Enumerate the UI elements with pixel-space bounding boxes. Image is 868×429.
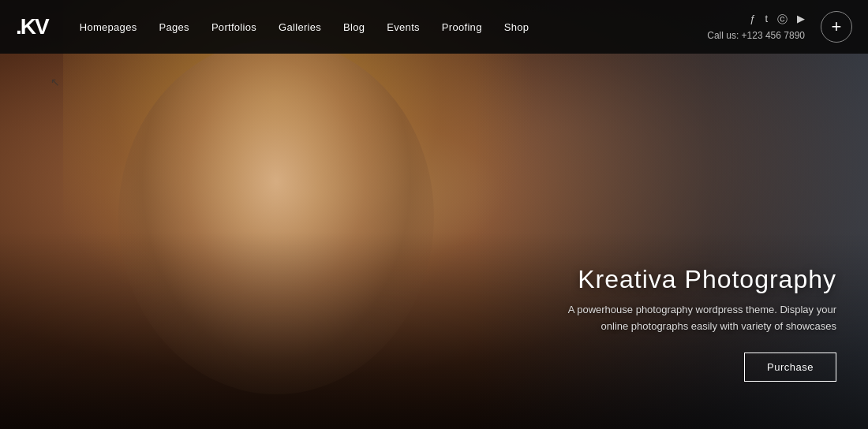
hero-subtitle: A powerhouse photography wordpress theme…: [552, 302, 836, 335]
nav-menu: Homepages Pages Portfolios Galleries Blo…: [80, 21, 708, 33]
twitter-icon[interactable]: t: [765, 13, 768, 27]
nav-item-pages[interactable]: Pages: [159, 21, 189, 33]
hero-section: .KV Homepages Pages Portfolios Galleries…: [0, 0, 868, 429]
nav-item-blog[interactable]: Blog: [343, 21, 365, 33]
instagram-icon[interactable]: ⓒ: [777, 13, 788, 27]
youtube-icon[interactable]: ▶: [797, 13, 805, 27]
nav-item-events[interactable]: Events: [387, 21, 420, 33]
nav-item-proofing[interactable]: Proofing: [442, 21, 482, 33]
nav-right: ƒ t ⓒ ▶ Call us: +123 456 7890: [707, 13, 805, 41]
nav-item-homepages[interactable]: Homepages: [80, 21, 137, 33]
purchase-button[interactable]: Purchase: [744, 353, 836, 382]
nav-item-shop[interactable]: Shop: [504, 21, 529, 33]
hero-title: Kreativa Photography: [552, 265, 836, 294]
plus-button[interactable]: +: [821, 11, 852, 43]
phone-number: Call us: +123 456 7890: [707, 30, 805, 41]
nav-item-galleries[interactable]: Galleries: [279, 21, 321, 33]
logo[interactable]: .KV: [16, 14, 48, 39]
logo-text: .KV: [16, 14, 48, 39]
nav-item-portfolios[interactable]: Portfolios: [211, 21, 256, 33]
facebook-icon[interactable]: ƒ: [750, 13, 755, 27]
navbar: .KV Homepages Pages Portfolios Galleries…: [0, 0, 868, 54]
social-icons: ƒ t ⓒ ▶: [750, 13, 805, 27]
hero-content: Kreativa Photography A powerhouse photog…: [552, 265, 836, 382]
